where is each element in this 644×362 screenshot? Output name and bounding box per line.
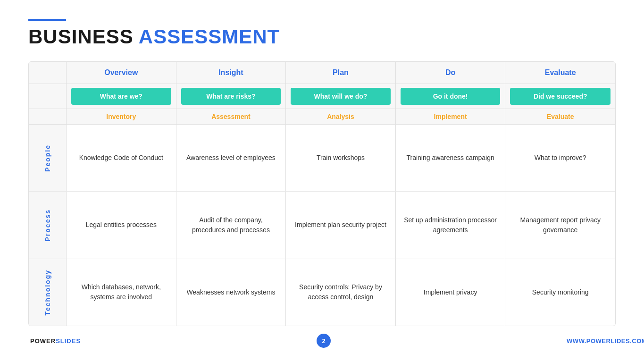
go-it-done-button[interactable]: Go it done! — [401, 88, 501, 105]
main-table: Overview Insight Plan Do Evaluate What a… — [28, 61, 616, 326]
tech-cell-3: Implement privacy — [396, 259, 506, 326]
tech-cell-2: Security controls: Privacy by access con… — [286, 259, 396, 326]
row-label-people: People — [29, 125, 67, 191]
cat-label-analysis: Analysis — [286, 109, 396, 124]
col-header-do: Do — [396, 62, 506, 84]
header-spacer — [29, 62, 67, 84]
footer-brand: POWERSLIDES — [30, 337, 81, 345]
btn-cell-0: What are we? — [67, 84, 176, 109]
what-are-we-button[interactable]: What are we? — [71, 88, 171, 105]
footer-slides: SLIDES — [56, 337, 81, 345]
col-header-overview: Overview — [67, 62, 176, 84]
process-section: Process Legal entities processes Audit o… — [29, 192, 615, 259]
page-title: BUSINESS ASSESSMENT — [28, 25, 616, 48]
tech-cell-1: Weaknesses network systems — [176, 259, 286, 326]
btn-spacer — [29, 84, 67, 109]
cat-label-evaluate2: Evaluate — [505, 109, 615, 124]
btn-cell-3: Go it done! — [396, 84, 506, 109]
footer-page-number: 2 — [317, 334, 331, 348]
title-blue: ASSESSMENT — [139, 25, 280, 48]
process-cell-3: Set up administration processor agreemen… — [396, 192, 506, 258]
people-cell-2: Train workshops — [286, 125, 396, 191]
process-cell-1: Audit of the company, procedures and pro… — [176, 192, 286, 258]
footer-line-right — [340, 341, 567, 341]
process-cell-0: Legal entities processes — [67, 192, 176, 258]
footer-center: 2 — [81, 334, 567, 348]
btn-cell-4: Did we succeed? — [505, 84, 615, 109]
col-header-plan: Plan — [286, 62, 396, 84]
category-labels-row: Inventory Assessment Analysis Implement … — [29, 109, 615, 125]
people-cell-4: What to improve? — [505, 125, 615, 191]
buttons-row: What are we? What are risks? What will w… — [29, 84, 615, 109]
cat-label-inventory: Inventory — [67, 109, 176, 124]
footer-line-left — [81, 341, 307, 341]
people-section: People Knowledge Code of Conduct Awarene… — [29, 125, 615, 192]
process-cell-4: Management report privacy governance — [505, 192, 615, 258]
cat-label-assessment: Assessment — [176, 109, 286, 124]
cat-label-spacer — [29, 109, 67, 124]
footer: POWERSLIDES 2 WWW.POWERLIDES.COM — [28, 334, 616, 348]
what-are-risks-button[interactable]: What are risks? — [181, 88, 281, 105]
col-header-evaluate: Evaluate — [505, 62, 615, 84]
people-cell-3: Training awareness campaign — [396, 125, 506, 191]
footer-website: WWW.POWERLIDES.COM — [567, 337, 644, 345]
tech-cell-0: Which databases, network, systems are in… — [67, 259, 176, 326]
header-accent-line — [28, 19, 66, 21]
page: BUSINESS ASSESSMENT Overview Insight Pla… — [0, 0, 644, 362]
row-label-technology: Technology — [29, 259, 67, 326]
btn-cell-1: What are risks? — [176, 84, 286, 109]
col-header-insight: Insight — [176, 62, 286, 84]
what-will-we-do-button[interactable]: What will we do? — [291, 88, 391, 105]
tech-cell-4: Security monitoring — [505, 259, 615, 326]
btn-cell-2: What will we do? — [286, 84, 396, 109]
column-headers-row: Overview Insight Plan Do Evaluate — [29, 62, 615, 84]
process-cell-2: Implement plan security project — [286, 192, 396, 258]
cat-label-implement: Implement — [396, 109, 506, 124]
row-label-process: Process — [29, 192, 67, 258]
header: BUSINESS ASSESSMENT — [28, 19, 616, 48]
people-cell-0: Knowledge Code of Conduct — [67, 125, 176, 191]
footer-power: POWER — [30, 337, 56, 345]
did-we-succeed-button[interactable]: Did we succeed? — [510, 88, 611, 105]
technology-section: Technology Which databases, network, sys… — [29, 259, 615, 326]
title-black: BUSINESS — [28, 25, 134, 48]
people-cell-1: Awareness level of employees — [176, 125, 286, 191]
